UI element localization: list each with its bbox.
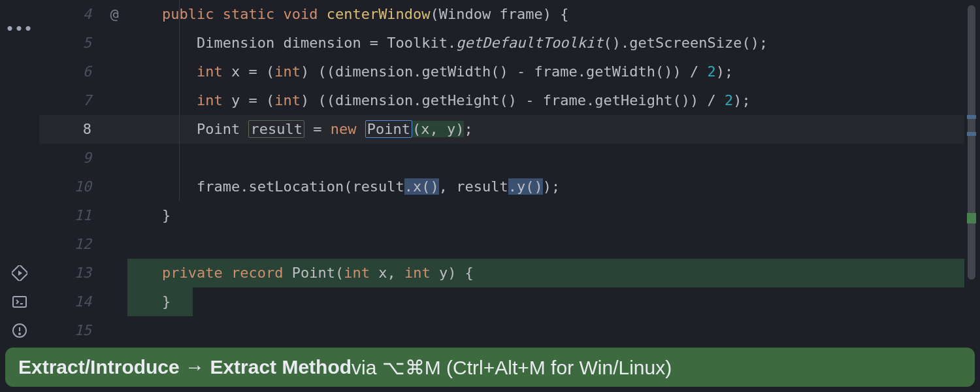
refactor-var-box[interactable]: result [248, 120, 304, 138]
line-num-6[interactable]: 6 [39, 57, 105, 86]
annotation-column: @ [105, 0, 124, 29]
scrollbar-marker[interactable] [967, 115, 976, 119]
line-number-gutter: 4 5 6 7 8 9 10 11 12 13 14 15 [39, 0, 105, 392]
annotation-at: @ [105, 0, 124, 29]
line-num-11[interactable]: 11 [39, 201, 105, 230]
hint-banner: Extract/Introduce → Extract Method via ⌥… [5, 348, 975, 387]
line-num-15[interactable]: 15 [39, 316, 105, 345]
code-line-10[interactable]: frame.setLocation(result.x(), result.y()… [127, 172, 964, 201]
line-num-5[interactable]: 5 [39, 29, 105, 57]
selection: .x() [404, 178, 439, 195]
scrollbar[interactable] [967, 4, 976, 285]
line-num-8[interactable]: 8 [39, 115, 105, 144]
hint-action: Extract/Introduce → Extract Method [18, 356, 351, 378]
refactor-type-box[interactable]: Point [365, 120, 412, 138]
code-line-9[interactable] [127, 144, 964, 172]
line-num-12[interactable]: 12 [39, 230, 105, 259]
svg-point-5 [19, 333, 20, 335]
code-line-15[interactable] [127, 316, 964, 345]
problems-icon[interactable] [10, 321, 29, 340]
code-line-8[interactable]: Point result = new Point(x, y); [127, 115, 964, 144]
left-gutter: ••• [0, 0, 39, 392]
terminal-icon[interactable] [10, 293, 29, 311]
svg-rect-2 [13, 297, 26, 307]
code-line-6[interactable]: int x = (int) ((dimension.getWidth() - f… [127, 57, 964, 86]
code-line-4[interactable]: public static void centerWindow(Window f… [127, 0, 964, 29]
line-num-4[interactable]: 4 [39, 0, 105, 29]
code-line-7[interactable]: int y = (int) ((dimension.getHeight() - … [127, 86, 964, 115]
svg-marker-1 [18, 270, 22, 276]
code-line-5[interactable]: Dimension dimension = Toolkit.getDefault… [127, 29, 964, 57]
more-icon[interactable]: ••• [10, 20, 29, 38]
scrollbar-thumb[interactable] [968, 5, 975, 280]
code-line-12[interactable] [127, 230, 964, 259]
code-line-14[interactable]: } [127, 287, 964, 316]
code-editor[interactable]: public static void centerWindow(Window f… [127, 0, 964, 392]
line-num-9[interactable]: 9 [39, 144, 105, 172]
scrollbar-marker[interactable] [967, 132, 976, 136]
run-icon[interactable] [10, 264, 29, 282]
scrollbar-marker[interactable] [967, 213, 976, 223]
line-num-7[interactable]: 7 [39, 86, 105, 115]
line-num-14[interactable]: 14 [39, 287, 105, 316]
code-line-11[interactable]: } [127, 201, 964, 230]
code-line-13[interactable]: private record Point(int x, int y) { [127, 259, 964, 287]
line-num-13[interactable]: 13 [39, 259, 105, 287]
line-num-10[interactable]: 10 [39, 172, 105, 201]
hint-shortcut: via ⌥⌘M (Ctrl+Alt+M for Win/Linux) [351, 356, 672, 379]
selection: .y() [508, 178, 543, 195]
